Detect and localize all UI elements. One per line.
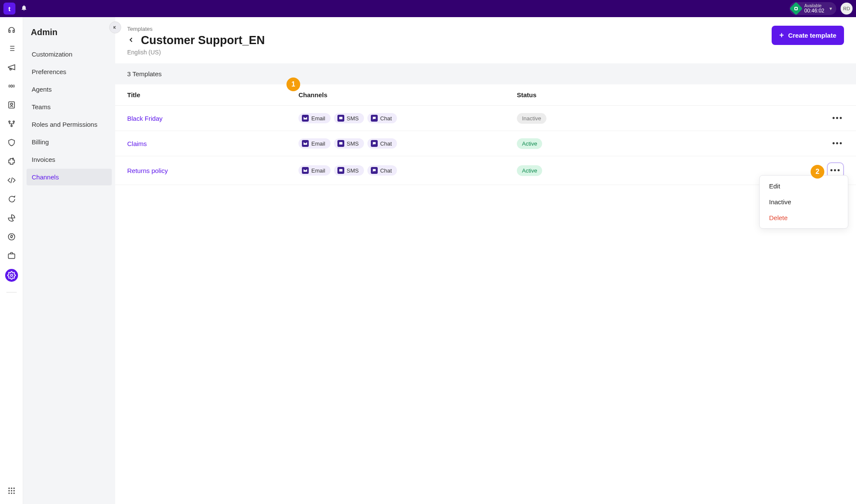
channel-chip-chat: Chat [367,165,397,176]
svg-point-9 [10,274,12,277]
rail-icon-dashboard[interactable] [6,212,17,224]
sidebar-item-invoices[interactable]: Invoices [27,151,112,168]
channel-chip-email: Email [298,138,331,149]
svg-point-2 [10,103,12,105]
rail-icon-headset[interactable] [6,24,17,35]
channel-chip-email: Email [298,113,331,123]
svg-point-14 [11,490,12,491]
sidebar-item-customization[interactable]: Customization [27,46,112,63]
svg-point-24 [340,143,340,143]
channel-chip-chat: Chat [367,113,397,123]
svg-point-15 [13,490,15,491]
channel-chip-sms: SMS [334,165,364,176]
create-button-label: Create template [788,32,836,39]
svg-point-28 [340,170,340,170]
page-subtitle: English (US) [127,49,265,56]
column-title: Title [127,91,298,98]
create-template-button[interactable]: + Create template [772,26,844,45]
rail-icon-briefcase[interactable] [6,250,17,261]
svg-point-30 [341,170,342,170]
rail-icon-chat[interactable] [6,194,17,205]
chat-icon [371,115,378,122]
channel-chip-chat: Chat [367,138,397,149]
email-icon [302,140,309,147]
svg-point-11 [11,488,12,489]
svg-point-21 [340,118,341,118]
status-timer: 00:46:02 [804,8,824,14]
notifications-icon[interactable] [21,4,27,13]
svg-point-20 [340,118,340,118]
annotation-callout-1: 1 [286,78,300,91]
table-row: Black Friday Email SMS Chat Inactive ••• [115,106,856,131]
back-arrow-icon[interactable] [127,35,135,46]
app-logo[interactable]: t [3,3,15,15]
table-header: Title Channels Status 1 [115,84,856,106]
sms-icon [337,167,344,174]
topbar-left: t [3,3,27,15]
avatar[interactable]: RD [841,3,853,15]
rail-icon-flow[interactable] [6,118,17,129]
row-actions-menu: Edit Inactive Delete [759,175,848,229]
row-actions-button[interactable]: ••• [831,137,844,150]
menu-item-edit[interactable]: Edit [760,178,848,194]
email-icon [302,115,309,122]
svg-point-17 [11,492,12,494]
column-status: Status [517,91,594,98]
main-content: Templates Customer Support_EN English (U… [115,17,856,504]
svg-point-5 [11,125,12,126]
table-row: Claims Email SMS Chat Active ••• [115,131,856,156]
table-row: Returns policy Email SMS Chat Active •••… [115,156,856,185]
svg-point-16 [8,492,9,494]
rail-icon-megaphone[interactable] [6,62,17,73]
chat-icon [371,167,378,174]
rail-icon-broadcast[interactable] [6,81,17,92]
rail-icon-puzzle[interactable] [6,156,17,167]
chevron-down-icon: ▾ [829,6,832,12]
svg-point-22 [341,118,342,118]
svg-point-4 [13,121,14,122]
menu-item-delete[interactable]: Delete [760,210,848,226]
page-title: Customer Support_EN [141,34,265,47]
rail-icon-list[interactable] [6,43,17,54]
svg-point-12 [13,488,15,489]
rail-icon-contact[interactable] [6,99,17,110]
templates-count: 3 Templates [115,63,856,84]
rail-icon-apps[interactable] [6,485,17,496]
svg-point-7 [8,234,15,240]
channel-chip-sms: SMS [334,138,364,149]
topbar-right: Available 00:46:02 ▾ RD [790,2,853,15]
chat-icon [371,140,378,147]
menu-item-inactive[interactable]: Inactive [760,194,848,210]
row-actions-button[interactable]: ••• [831,112,844,125]
status-indicator-icon [790,2,803,15]
svg-point-25 [340,143,341,143]
email-icon [302,167,309,174]
rail-separator [6,292,17,292]
plus-icon: + [779,31,784,40]
rail-icon-settings[interactable] [5,269,18,282]
svg-point-26 [341,143,342,143]
status-badge: Active [517,138,542,149]
svg-point-0 [10,85,12,87]
sms-icon [337,140,344,147]
sidebar-item-agents[interactable]: Agents [27,81,112,98]
template-link[interactable]: Returns policy [127,167,298,174]
sidebar-item-preferences[interactable]: Preferences [27,63,112,80]
rail-icon-shield[interactable] [6,137,17,148]
status-badge: Active [517,165,542,176]
sidebar-item-channels[interactable]: Channels [27,169,112,185]
rail-icon-compass[interactable] [6,231,17,242]
sms-icon [337,115,344,122]
svg-rect-8 [8,254,15,259]
agent-status-pill[interactable]: Available 00:46:02 ▾ [790,2,836,15]
status-badge: Inactive [517,113,546,124]
rail-icon-code[interactable] [6,175,17,186]
breadcrumb[interactable]: Templates [127,26,265,32]
template-link[interactable]: Claims [127,140,298,147]
sidebar-item-roles[interactable]: Roles and Permissions [27,116,112,133]
sidebar-item-teams[interactable]: Teams [27,98,112,115]
svg-point-3 [9,121,10,122]
sidebar: Admin Customization Preferences Agents T… [23,17,115,504]
template-link[interactable]: Black Friday [127,115,298,122]
sidebar-item-billing[interactable]: Billing [27,134,112,150]
